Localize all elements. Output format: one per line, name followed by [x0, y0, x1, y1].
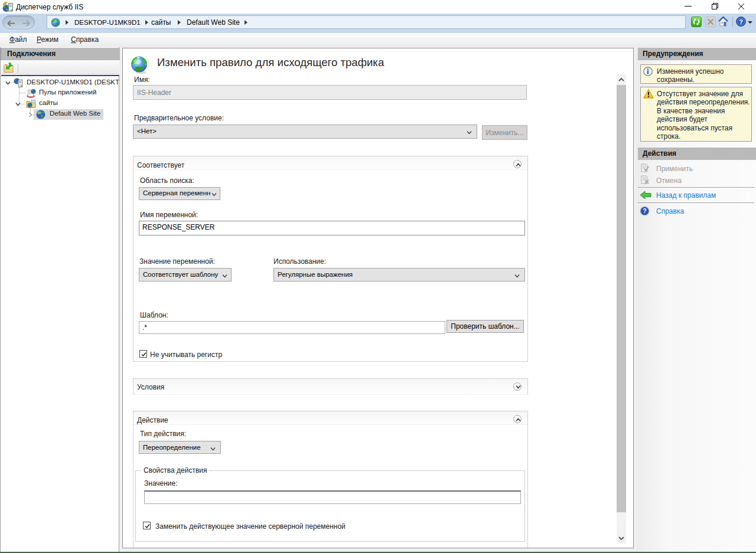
svg-text:?: ?	[643, 207, 646, 214]
svg-text:?: ?	[739, 18, 743, 25]
